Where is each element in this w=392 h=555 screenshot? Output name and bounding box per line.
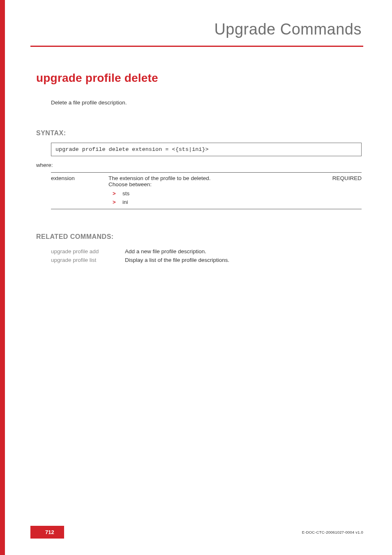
footer: 712 E-DOC-CTC-20061027-0004 v1.0 — [0, 526, 363, 539]
page: Upgrade Commands upgrade profile delete … — [0, 0, 392, 555]
running-header: Upgrade Commands — [0, 16, 363, 38]
content-area: upgrade profile delete Delete a file pro… — [36, 47, 362, 264]
where-label: where: — [36, 162, 362, 168]
param-option-value: ini — [122, 199, 128, 205]
bullet-arrow-icon: > — [113, 199, 122, 205]
param-desc-line1: The extension of the profile to be delet… — [108, 175, 308, 181]
param-option: > sts — [108, 189, 308, 198]
param-name: extension — [51, 175, 108, 206]
related-command-name[interactable]: upgrade profile list — [51, 257, 125, 263]
related-commands: upgrade profile add Add a new file profi… — [51, 247, 362, 264]
related-command-name[interactable]: upgrade profile add — [51, 248, 125, 254]
related-row: upgrade profile list Display a list of t… — [51, 256, 362, 264]
related-heading: RELATED COMMANDS: — [36, 233, 362, 240]
syntax-heading: SYNTAX: — [36, 130, 362, 137]
related-row: upgrade profile add Add a new file profi… — [51, 247, 362, 256]
parameter-row: extension The extension of the profile t… — [51, 172, 362, 209]
command-title: upgrade profile delete — [36, 72, 362, 85]
param-desc: The extension of the profile to be delet… — [108, 175, 316, 206]
related-command-desc: Display a list of the file profile descr… — [125, 257, 362, 263]
page-number-badge: 712 — [30, 526, 64, 539]
param-options: > sts > ini — [108, 189, 308, 206]
param-option-value: sts — [122, 190, 129, 197]
param-desc-line2: Choose between: — [108, 181, 308, 187]
document-id: E-DOC-CTC-20061027-0004 v1.0 — [302, 530, 363, 534]
syntax-codebox: upgrade profile delete extension = <{sts… — [51, 143, 362, 156]
param-option: > ini — [108, 198, 308, 206]
parameter-table: extension The extension of the profile t… — [51, 172, 362, 209]
command-description: Delete a file profile description. — [51, 99, 362, 106]
related-command-desc: Add a new file profile description. — [125, 248, 362, 254]
left-accent-bar — [0, 0, 5, 555]
bullet-arrow-icon: > — [113, 190, 122, 197]
param-required: REQUIRED — [316, 175, 362, 206]
